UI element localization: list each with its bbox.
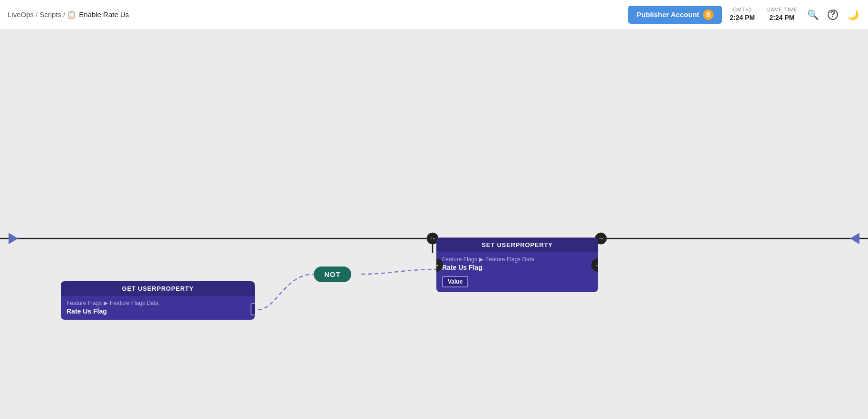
flow-arrow-left	[9, 233, 18, 244]
set-node-body: Feature Flags ▶ Feature Flags Data Rate …	[436, 252, 598, 292]
flow-canvas[interactable]: → → GET USERPROPERTY Feature Flags ▶ Fea…	[0, 29, 868, 419]
game-time-label: GAME TIME	[766, 6, 798, 13]
set-userproperty-node[interactable]: → → SET USERPROPERTY Feature Flags ▶ Fea…	[436, 238, 598, 292]
set-value-port[interactable]: Value	[442, 276, 468, 287]
game-time-value: 2:24 PM	[766, 13, 798, 23]
set-path-arrow: ▶	[479, 256, 483, 263]
breadcrumb-liveops[interactable]: LiveOps	[8, 10, 34, 19]
search-icon: 🔍	[807, 9, 819, 20]
get-path-part1: Feature Flags	[67, 300, 102, 306]
header-icons: 🔍 ? 🌙	[805, 7, 860, 22]
connections-svg: → →	[0, 29, 868, 419]
game-time-col: GAME TIME 2:24 PM	[766, 6, 798, 23]
not-node-label: NOT	[324, 270, 341, 278]
set-path-part1: Feature Flags	[442, 256, 477, 263]
script-icon: 📋	[67, 10, 76, 19]
get-userproperty-node[interactable]: GET USERPROPERTY Feature Flags ▶ Feature…	[61, 281, 255, 320]
breadcrumb-sep2: /	[63, 10, 65, 19]
publisher-badge: B	[703, 10, 714, 20]
breadcrumb-sep1: /	[36, 10, 38, 19]
svg-text:→: →	[429, 235, 436, 242]
help-button[interactable]: ?	[825, 7, 840, 22]
breadcrumb: LiveOps / Scripts / 📋 Enable Rate Us	[8, 10, 129, 19]
get-node-path: Feature Flags ▶ Feature Flags Data	[67, 300, 212, 306]
get-node-name: Rate Us Flag	[67, 307, 212, 315]
set-node-header: SET USERPROPERTY	[436, 238, 598, 252]
set-node-name: Rate Us Flag	[442, 264, 592, 271]
flow-arrow-right	[850, 233, 859, 244]
breadcrumb-scripts[interactable]: Scripts	[39, 10, 61, 19]
get-path-part2: Feature Flags Data	[110, 300, 159, 306]
set-node-path: Feature Flags ▶ Feature Flags Data	[442, 256, 592, 263]
get-node-header: GET USERPROPERTY	[61, 281, 255, 296]
time-block: GMT+0 2:24 PM GAME TIME 2:24 PM	[730, 6, 798, 23]
get-result-port[interactable]: Result	[251, 303, 255, 315]
set-path-part2: Feature Flags Data	[485, 256, 534, 263]
header-right: Publisher Account B GMT+0 2:24 PM GAME T…	[628, 6, 860, 24]
dark-mode-button[interactable]: 🌙	[845, 7, 860, 22]
breadcrumb-current: Enable Rate Us	[79, 10, 129, 19]
dark-mode-icon: 🌙	[847, 9, 859, 20]
not-node[interactable]: NOT	[314, 267, 351, 282]
publisher-account-button[interactable]: Publisher Account B	[628, 6, 722, 24]
svg-text:→: →	[598, 235, 604, 242]
get-node-body: Feature Flags ▶ Feature Flags Data Rate …	[61, 296, 255, 320]
gmt-time-value: 2:24 PM	[730, 13, 755, 23]
help-icon: ?	[828, 10, 838, 20]
gmt-time-label: GMT+0	[730, 6, 755, 13]
gmt-time-col: GMT+0 2:24 PM	[730, 6, 755, 23]
app-header: LiveOps / Scripts / 📋 Enable Rate Us Pub…	[0, 0, 868, 29]
search-button[interactable]: 🔍	[805, 7, 820, 22]
get-path-arrow: ▶	[104, 300, 108, 306]
publisher-button-label: Publisher Account	[637, 10, 699, 19]
